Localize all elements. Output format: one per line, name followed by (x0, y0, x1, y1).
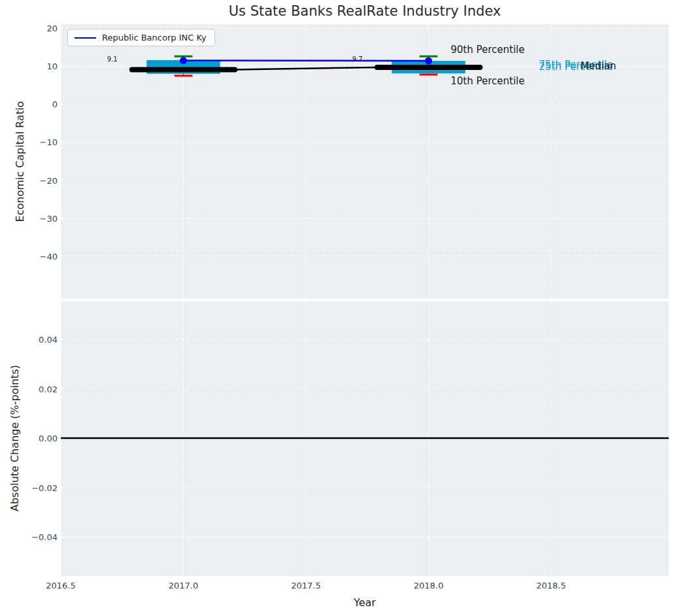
y-tick-label: −40 (0, 251, 58, 261)
bottom-plot-canvas (61, 301, 669, 576)
axes-absolute-change (61, 301, 669, 576)
annotation-median: Median (581, 60, 617, 72)
company-marker (180, 57, 187, 64)
annotation-10th-percentile: 10th Percentile (450, 75, 524, 87)
figure: Us State Banks RealRate Industry Index R… (0, 0, 676, 616)
x-tick-label: 2018.5 (536, 581, 566, 590)
y-tick-label: 0 (0, 99, 58, 109)
x-axis-label: Year (61, 596, 669, 609)
y-tick-label: 0.04 (0, 335, 58, 345)
y-tick-label: 10 (0, 61, 58, 71)
company-line (184, 61, 429, 61)
y-tick-label: −20 (0, 175, 58, 185)
y-tick-label: −30 (0, 213, 58, 223)
legend: Republic Bancorp INC Ky (67, 29, 215, 46)
x-tick-label: 2017.0 (169, 581, 199, 590)
legend-label: Republic Bancorp INC Ky (102, 33, 207, 43)
annotation-90th-percentile: 90th Percentile (450, 44, 524, 56)
x-tick-label: 2017.5 (291, 581, 321, 590)
y-tick-label: −0.02 (0, 483, 58, 492)
legend-line-icon (75, 37, 96, 39)
x-tick-label: 2018.0 (414, 581, 444, 590)
y-tick-label: 0.02 (0, 384, 58, 394)
company-marker (425, 58, 432, 65)
y-tick-label: 20 (0, 24, 58, 33)
y-tick-label: −10 (0, 137, 58, 147)
annotation-9-1: 9.1 (107, 56, 118, 63)
x-tick-label: 2016.5 (46, 581, 76, 590)
y-axis-label-top: Economic Capital Ratio (14, 101, 26, 222)
y-tick-label: 0.00 (0, 434, 58, 443)
annotation-9-7: 9.7 (352, 56, 363, 63)
y-tick-label: −0.04 (0, 532, 58, 542)
median-connector-line (235, 67, 377, 69)
chart-title: Us State Banks RealRate Industry Index (61, 3, 669, 19)
